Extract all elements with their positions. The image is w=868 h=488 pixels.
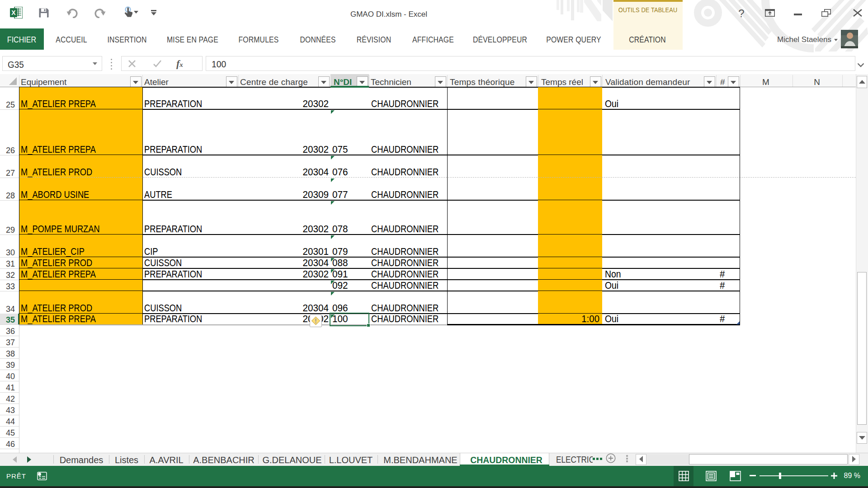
- svg-text:X: X: [11, 9, 16, 16]
